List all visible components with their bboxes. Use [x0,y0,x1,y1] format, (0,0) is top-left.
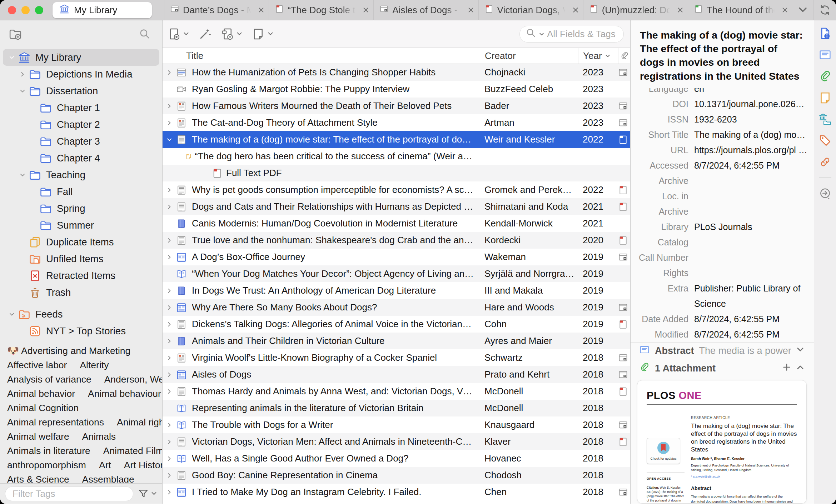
twisty-icon[interactable] [16,88,29,95]
sidebar-item-fall[interactable]: Fall [3,183,159,200]
tag-item[interactable]: Alterity [80,360,109,371]
tab-my-library[interactable]: My Library [53,2,152,18]
new-attachment-button[interactable] [221,28,243,40]
sidebar-item-duplicate-items[interactable]: Duplicate Items [3,234,159,250]
sidebar-item-retracted-items[interactable]: Retracted Items [3,267,159,284]
document-tab[interactable]: Victorian Dogs, Victo [478,0,583,20]
twisty-icon[interactable] [163,388,176,395]
tag-item[interactable]: Animal representations [7,417,104,428]
twisty-icon[interactable] [163,338,176,345]
twisty-icon[interactable] [163,489,176,496]
close-icon[interactable] [467,6,475,14]
twisty-icon[interactable] [163,371,176,378]
sidebar-item-chapter-3[interactable]: Chapter 3 [3,133,159,150]
filter-options-icon[interactable] [138,488,157,499]
field-value[interactable] [694,189,814,219]
twisty-icon[interactable] [163,254,176,261]
close-icon[interactable] [362,6,370,14]
tag-item[interactable]: Art History [124,460,162,471]
sidebar-item-dissertation[interactable]: Dissertation [3,83,159,99]
document-tab[interactable]: Aisles of Dogs - Prat [373,0,478,20]
tag-item[interactable]: anthropomorphism [7,460,86,471]
column-header-attachment[interactable] [618,48,631,64]
document-tab[interactable]: The Hound of the Ba [688,0,792,20]
sidebar-item-feeds[interactable]: Feeds [3,306,159,323]
add-attachment-icon[interactable] [782,363,791,374]
attachments-section[interactable]: 1 Attachment [631,360,814,377]
field-value[interactable]: PLoS Journals [694,219,814,250]
twisty-icon[interactable] [163,103,176,110]
field-value[interactable]: https://journals.plos.org/pl … [694,143,814,158]
attachments-tab-icon[interactable] [818,70,832,83]
field-value[interactable] [694,250,814,265]
item-row[interactable]: The Cat-and-Dog Theory of Attachment Sty… [163,114,630,131]
item-row[interactable]: “The dog hero has been critical to the s… [163,148,630,165]
twisty-icon[interactable] [163,119,176,126]
related-tab-icon[interactable] [818,155,832,169]
tag-item[interactable]: Animated Films [103,445,162,456]
locate-tab-icon[interactable] [818,187,832,200]
sidebar-item-spring[interactable]: Spring [3,200,159,217]
column-header-title[interactable]: Title [163,48,480,64]
tag-item[interactable]: 🐶 Advertising and Marketing [7,345,130,356]
sidebar-item-trash[interactable]: Trash [3,284,159,301]
sidebar-item-my-library[interactable]: My Library [3,49,159,66]
field-value[interactable]: 1932-6203 [694,112,814,127]
sidebar-item-nyt-gt-top-stories[interactable]: NYT > Top Stories [3,323,159,339]
twisty-icon[interactable] [163,69,176,76]
zoom-window-button[interactable] [35,6,43,14]
tag-item[interactable]: Animal behavior [7,388,75,399]
twisty-icon[interactable] [163,354,176,361]
item-row[interactable]: How Famous Writers Mourned the Death of … [163,98,630,114]
search-input[interactable]: All Fields & Tags [519,26,624,43]
item-row[interactable]: True love and the nonhuman: Shakespeare'… [163,232,630,249]
tags-tab-icon[interactable] [818,134,832,147]
tag-item[interactable]: Animal welfare [7,431,69,442]
field-value[interactable] [694,265,814,281]
field-value[interactable]: 8/7/2024, 6:42:55 PM [694,327,814,342]
field-value[interactable]: 8/7/2024, 6:42:55 PM [694,158,814,173]
item-row[interactable]: Virginia Woolf's Little-Known Biography … [163,349,630,366]
chevron-up-icon[interactable] [796,363,805,374]
item-row[interactable]: The making of a (dog) movie star: The ef… [163,131,630,148]
field-value[interactable] [694,173,814,189]
libraries-tab-icon[interactable] [818,113,832,126]
tag-item[interactable]: Affective labor [7,360,67,371]
tag-item[interactable]: Animal behaviour [88,388,161,399]
document-tab[interactable]: Dante’s Dogs - Mang [164,0,269,20]
document-tab[interactable]: “The Dog Stole the P [269,0,373,20]
item-row[interactable]: Canis Modernis: Human/Dog Coevolution in… [163,215,630,232]
sidebar-item-teaching[interactable]: Teaching [3,166,159,183]
close-window-button[interactable] [8,6,16,14]
item-row[interactable]: Ryan Gosling & Margot Robbie: The Puppy … [163,81,630,98]
item-row[interactable]: Good Boy: Canine Representation in Cinem… [163,467,630,484]
minimize-window-button[interactable] [21,6,30,14]
item-row[interactable]: Well, Has a Single Good Author Ever Owne… [163,450,630,467]
twisty-icon[interactable] [163,472,176,479]
twisty-icon[interactable] [163,287,176,294]
tag-item[interactable]: Animals [82,431,116,442]
twisty-icon[interactable] [163,304,176,311]
item-row[interactable]: Dogs and Cats and Their Relationships wi… [163,198,630,215]
add-by-identifier-button[interactable] [199,28,212,40]
twisty-icon[interactable] [6,311,18,318]
attachment-preview-card[interactable]: PLOS ONE Check for updates OPEN ACCESS C… [637,380,807,504]
twisty-icon[interactable] [163,421,176,429]
item-row[interactable]: A Dog’s Box-Office JourneyWakeman2019 [163,249,630,265]
twisty-icon[interactable] [163,203,176,210]
abstract-section[interactable]: Abstract The media is a powerful forc… [631,342,814,360]
field-value[interactable]: 10.1371/journal.pone.0261 … [694,96,814,112]
tag-item[interactable]: Arts & Science [7,474,69,483]
sidebar-item-depictions-in-media[interactable]: Depictions In Media [3,66,159,83]
new-item-button[interactable] [168,28,189,40]
twisty-icon[interactable] [6,54,18,61]
twisty-icon[interactable] [163,438,176,445]
twisty-icon[interactable] [163,455,176,462]
item-row[interactable]: Representing animals in the literature o… [163,400,630,416]
item-row[interactable]: Dickens's Talking Dogs: Allegories of An… [163,316,630,333]
abstract-tab-icon[interactable] [818,48,832,61]
item-row[interactable]: How the Humanization of Pets Is Changing… [163,64,630,81]
item-row[interactable]: I Tried to Make My Dog an Instagram Cele… [163,484,630,500]
twisty-icon[interactable] [163,237,176,244]
tag-item[interactable]: Animal rights [117,417,162,428]
